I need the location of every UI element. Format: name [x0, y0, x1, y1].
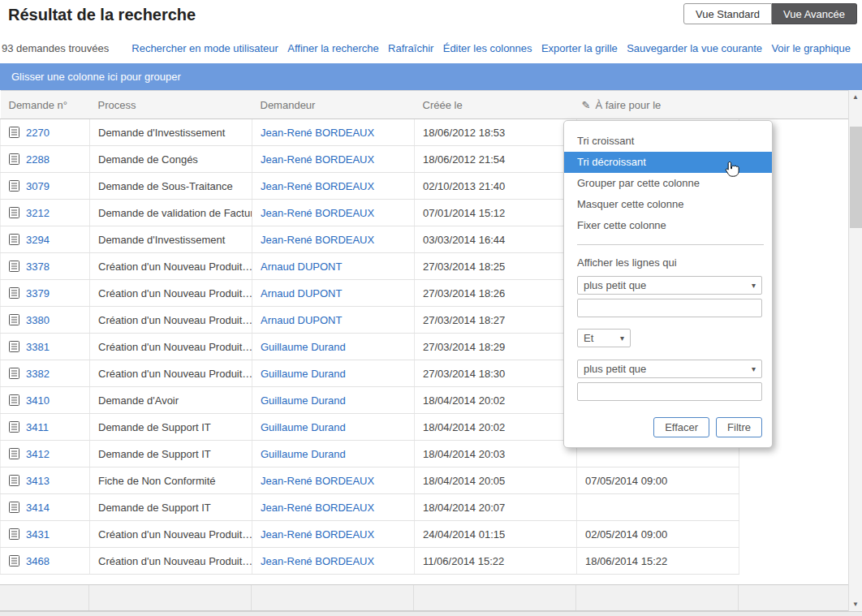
requester-link[interactable]: Guillaume Durand	[261, 341, 346, 353]
filter-operator-1-select[interactable]: plus petit que ▾	[577, 276, 762, 295]
request-number-link[interactable]: 2288	[26, 153, 50, 166]
request-number-link[interactable]: 3411	[26, 421, 49, 433]
requester-link[interactable]: Guillaume Durand	[261, 448, 346, 460]
requester-link[interactable]: Arnaud DUPONT	[261, 314, 342, 326]
column-header-afaire[interactable]: ✎À faire pour le	[577, 91, 739, 119]
menu-item-3[interactable]: Masquer cette colonne	[564, 194, 772, 215]
column-header-process[interactable]: Process	[90, 91, 252, 119]
scroll-up-button[interactable]: ▲	[849, 90, 862, 104]
table-row[interactable]: 3414 Demande de Support IT Jean-René BOR…	[1, 494, 849, 521]
requester-link[interactable]: Arnaud DUPONT	[261, 287, 342, 299]
created-cell: 02/10/2013 21:40	[415, 173, 577, 200]
apply-filter-button[interactable]: Filtre	[716, 417, 762, 437]
filter-conjunction-select[interactable]: Et ▾	[577, 329, 631, 347]
menu-item-2[interactable]: Grouper par cette colonne	[564, 173, 772, 194]
created-cell: 24/04/2014 01:15	[415, 521, 577, 548]
clear-filter-button[interactable]: Effacer	[653, 417, 709, 437]
filter-value-2-input[interactable]	[577, 382, 762, 401]
vue-standard-button[interactable]: Vue Standard	[683, 3, 772, 24]
requester-link[interactable]: Jean-René BORDEAUX	[261, 127, 374, 139]
request-number-link[interactable]: 3410	[26, 394, 50, 407]
document-icon	[9, 502, 19, 513]
scroll-down-button[interactable]: ▼	[849, 597, 862, 611]
filter-operator-2-select[interactable]: plus petit que ▾	[577, 360, 762, 378]
document-icon	[9, 127, 19, 138]
toolbar-link-4[interactable]: Exporter la grille	[541, 42, 618, 54]
request-number-link[interactable]: 3380	[26, 314, 50, 326]
due-cell: 18/06/2014 15:22	[577, 548, 739, 575]
filter-section-label: Afficher les lignes qui	[564, 253, 772, 276]
vertical-scrollbar[interactable]: ▲ ▼	[848, 90, 862, 611]
requester-link[interactable]: Guillaume Durand	[261, 394, 346, 407]
process-cell: Demande de validation de Facture	[90, 200, 252, 226]
process-cell: Demande d'Investissement	[90, 119, 252, 146]
request-number-link[interactable]: 3378	[26, 261, 50, 273]
request-number-link[interactable]: 3382	[26, 368, 50, 380]
document-icon	[9, 287, 19, 299]
column-header-demandeur[interactable]: Demandeur	[252, 91, 415, 119]
request-number-link[interactable]: 3412	[26, 448, 50, 460]
created-cell: 18/06/2012 21:54	[415, 146, 577, 173]
requester-link[interactable]: Jean-René BORDEAUX	[261, 153, 374, 166]
requester-link[interactable]: Jean-René BORDEAUX	[261, 528, 374, 541]
created-cell: 18/04/2014 20:02	[415, 387, 577, 414]
table-row[interactable]: 3431 Création d'un Nouveau Produit… Jean…	[1, 521, 849, 548]
created-cell: 27/03/2014 18:29	[415, 334, 577, 360]
menu-item-0[interactable]: Tri croissant	[564, 131, 772, 152]
request-number-link[interactable]: 3431	[26, 528, 50, 541]
page-title: Résultat de la recherche	[8, 6, 196, 24]
column-header-creee[interactable]: Créée le	[415, 91, 577, 119]
toolbar-link-6[interactable]: Voir le graphique	[771, 42, 851, 54]
toolbar-link-0[interactable]: Rechercher en mode utilisateur	[131, 42, 278, 54]
requester-link[interactable]: Jean-René BORDEAUX	[261, 180, 374, 192]
scrollbar-thumb[interactable]	[850, 127, 862, 228]
requester-link[interactable]: Jean-René BORDEAUX	[261, 475, 374, 487]
group-drop-zone[interactable]: Glisser une colonne ici pour grouper	[0, 63, 862, 90]
document-icon	[9, 234, 19, 245]
process-cell: Création d'un Nouveau Produit…	[90, 307, 252, 334]
requester-link[interactable]: Arnaud DUPONT	[261, 261, 342, 273]
column-edit-icon[interactable]: ✎	[582, 99, 591, 111]
table-row[interactable]: 3413 Fiche de Non Conformité Jean-René B…	[1, 467, 849, 494]
column-header-demande[interactable]: Demande n°	[1, 91, 90, 119]
toolbar-link-1[interactable]: Affiner la recherche	[287, 42, 379, 54]
request-number-link[interactable]: 3414	[26, 502, 50, 514]
request-number-link[interactable]: 3413	[26, 475, 50, 487]
requester-link[interactable]: Guillaume Durand	[261, 421, 346, 433]
document-icon	[9, 180, 19, 192]
process-cell: Demande de Support IT	[90, 441, 252, 467]
toolbar-link-5[interactable]: Sauvegarder la vue courante	[627, 42, 762, 54]
request-number-link[interactable]: 3212	[26, 207, 50, 219]
request-number-link[interactable]: 3079	[26, 180, 50, 192]
request-number-link[interactable]: 2270	[26, 127, 50, 139]
created-cell: 27/03/2014 18:26	[415, 280, 577, 307]
process-cell: Création d'un Nouveau Produit…	[90, 548, 252, 575]
toolbar-link-3[interactable]: Éditer les colonnes	[443, 42, 532, 54]
column-menu-items: Tri croissantTri décroissantGrouper par …	[564, 131, 772, 236]
requester-link[interactable]: Jean-René BORDEAUX	[261, 234, 374, 246]
document-icon	[9, 421, 19, 433]
process-cell: Création d'un Nouveau Produit…	[90, 280, 252, 307]
grid-footer-row	[0, 584, 848, 611]
toolbar-link-2[interactable]: Rafraîchir	[388, 42, 433, 54]
process-cell: Fiche de Non Conformité	[90, 467, 252, 494]
table-row[interactable]: 3468 Création d'un Nouveau Produit… Jean…	[1, 548, 849, 575]
created-cell: 18/04/2014 20:02	[415, 414, 577, 441]
request-number-link[interactable]: 3294	[26, 234, 50, 246]
toolbar-links: Rechercher en mode utilisateurAffiner la…	[131, 42, 851, 54]
filter-value-1-input[interactable]	[577, 299, 762, 317]
process-cell: Demande d'Investissement	[90, 226, 252, 253]
scrollbar-track[interactable]	[849, 104, 862, 597]
menu-item-1[interactable]: Tri décroissant	[564, 152, 772, 173]
request-number-link[interactable]: 3381	[26, 341, 50, 353]
created-cell: 03/03/2014 16:44	[415, 226, 577, 253]
request-number-link[interactable]: 3379	[26, 287, 50, 299]
vue-avancee-button[interactable]: Vue Avancée	[772, 3, 857, 24]
request-number-link[interactable]: 3468	[26, 555, 50, 567]
requester-link[interactable]: Jean-René BORDEAUX	[261, 207, 374, 219]
requester-link[interactable]: Guillaume Durand	[261, 368, 346, 380]
created-cell: 11/06/2014 15:22	[415, 548, 577, 575]
menu-item-4[interactable]: Fixer cette colonne	[564, 215, 772, 236]
requester-link[interactable]: Jean-René BORDEAUX	[261, 502, 374, 514]
requester-link[interactable]: Jean-René BORDEAUX	[261, 555, 374, 567]
